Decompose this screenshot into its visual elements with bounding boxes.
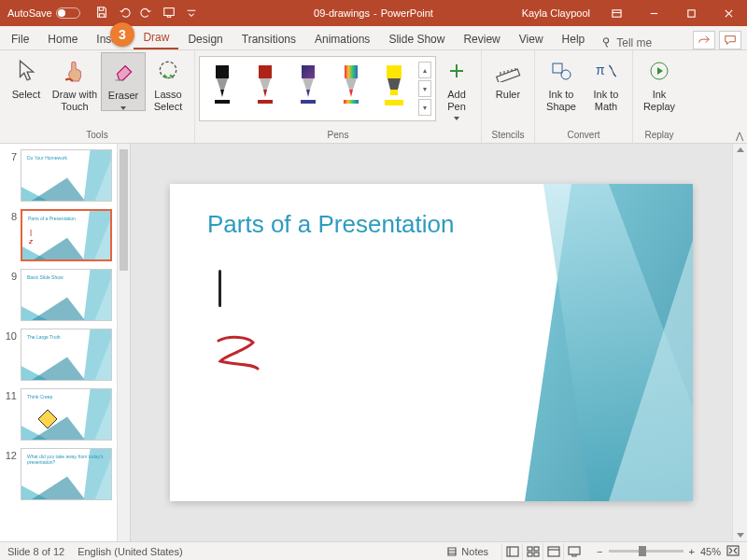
draw-with-touch-button[interactable]: Draw with Touch bbox=[49, 52, 101, 112]
tab-draw[interactable]: Draw bbox=[134, 26, 178, 49]
pen-black[interactable] bbox=[204, 62, 241, 116]
thumbnails-scrollbar[interactable] bbox=[117, 144, 130, 541]
slide-thumbnail[interactable]: Do Your Homework bbox=[21, 149, 112, 202]
slide-thumbnail[interactable]: What did you take away from today's pres… bbox=[21, 448, 112, 500]
zoom-control: − + 45% bbox=[597, 545, 740, 558]
ink-replay-label: Ink Replay bbox=[643, 89, 675, 112]
svg-marker-30 bbox=[657, 67, 663, 75]
tab-help[interactable]: Help bbox=[553, 28, 595, 49]
slide-thumbnail[interactable]: Basic Slide Show bbox=[21, 269, 112, 321]
svg-point-3 bbox=[604, 38, 609, 43]
eraser-icon bbox=[111, 57, 135, 87]
title-bar: AutoSave 09-drawings - PowerPoint Kayla … bbox=[0, 0, 747, 26]
gallery-scroll[interactable]: ▴▾▾ bbox=[418, 62, 431, 116]
ink-replay-button[interactable]: Ink Replay bbox=[637, 52, 682, 112]
user-name[interactable]: Kayla Claypool bbox=[514, 7, 598, 19]
pen-rainbow[interactable] bbox=[332, 62, 370, 116]
minimize-button[interactable] bbox=[635, 0, 672, 26]
ruler-button[interactable]: Ruler bbox=[486, 52, 530, 101]
svg-rect-13 bbox=[302, 65, 315, 78]
ink-to-math-button[interactable]: π Ink to Math bbox=[584, 52, 628, 112]
zoom-out-button[interactable]: − bbox=[597, 546, 602, 557]
view-buttons bbox=[501, 543, 584, 560]
svg-rect-16 bbox=[301, 100, 316, 104]
canvas-scrollbar[interactable] bbox=[732, 144, 747, 541]
ink-math-label: Ink to Math bbox=[594, 89, 619, 112]
pen-galaxy[interactable] bbox=[289, 62, 327, 116]
comments-button[interactable] bbox=[719, 31, 741, 49]
svg-point-27 bbox=[561, 70, 571, 79]
tab-home[interactable]: Home bbox=[38, 28, 87, 49]
select-button[interactable]: Select bbox=[4, 52, 49, 101]
lasso-icon bbox=[156, 56, 180, 86]
collapse-ribbon-icon[interactable]: ⋀ bbox=[736, 131, 743, 141]
status-slide[interactable]: Slide 8 of 12 bbox=[7, 546, 64, 557]
svg-rect-21 bbox=[387, 65, 402, 78]
tab-slideshow[interactable]: Slide Show bbox=[379, 28, 454, 49]
svg-marker-22 bbox=[388, 78, 401, 90]
maximize-button[interactable] bbox=[672, 0, 710, 26]
notes-button[interactable]: Notes bbox=[446, 546, 488, 557]
thumbnail-row[interactable]: 7Do Your Homework bbox=[4, 149, 113, 202]
tab-file[interactable]: File bbox=[2, 28, 38, 49]
svg-marker-32 bbox=[31, 177, 86, 201]
qat-more-icon[interactable] bbox=[185, 6, 198, 21]
thumbnail-row[interactable]: 11Think Creep bbox=[4, 388, 113, 441]
thumb-number: 7 bbox=[4, 149, 17, 202]
slide-canvas[interactable]: Parts of a Presentation bbox=[131, 144, 732, 541]
svg-rect-62 bbox=[528, 553, 532, 556]
tell-me[interactable]: Tell me bbox=[599, 36, 652, 49]
close-button[interactable] bbox=[710, 0, 747, 26]
lasso-select-button[interactable]: Lasso Select bbox=[146, 52, 190, 112]
plus-icon bbox=[447, 56, 466, 86]
ruler-icon bbox=[495, 56, 521, 86]
thumbnail-row[interactable]: 9Basic Slide Show bbox=[4, 269, 113, 321]
pen-red[interactable] bbox=[247, 62, 284, 116]
work-area: 7Do Your Homework8Parts of a Presentatio… bbox=[0, 144, 747, 541]
tab-view[interactable]: View bbox=[510, 28, 553, 49]
pen-gallery[interactable]: ▴▾▾ bbox=[199, 56, 436, 121]
thumbnail-row[interactable]: 10The Large Truth bbox=[4, 329, 113, 381]
autosave-label: AutoSave bbox=[7, 7, 52, 19]
share-button[interactable] bbox=[693, 31, 715, 49]
fit-to-window-button[interactable] bbox=[726, 545, 740, 558]
zoom-value[interactable]: 45% bbox=[700, 546, 721, 557]
svg-text:π: π bbox=[596, 63, 605, 77]
sorter-view-button[interactable] bbox=[522, 543, 543, 560]
eraser-button[interactable]: Eraser bbox=[101, 52, 146, 111]
reading-view-button[interactable] bbox=[543, 543, 563, 560]
svg-marker-18 bbox=[345, 78, 357, 90]
slide-thumbnail[interactable]: The Large Truth bbox=[21, 329, 112, 381]
thumbnail-row[interactable]: 8Parts of a Presentation|z bbox=[4, 209, 113, 261]
undo-icon[interactable] bbox=[118, 6, 131, 21]
svg-rect-2 bbox=[687, 9, 694, 16]
tab-animations[interactable]: Animations bbox=[305, 28, 379, 49]
tab-design[interactable]: Design bbox=[178, 28, 232, 49]
add-pen-button[interactable]: Add Pen bbox=[436, 52, 477, 120]
save-icon[interactable] bbox=[95, 6, 108, 21]
status-language[interactable]: English (United States) bbox=[78, 546, 183, 557]
thumbnail-row[interactable]: 12What did you take away from today's pr… bbox=[4, 448, 113, 500]
zoom-slider[interactable] bbox=[609, 550, 684, 553]
svg-marker-11 bbox=[263, 90, 267, 97]
slide-thumbnail[interactable]: Parts of a Presentation|z bbox=[21, 209, 112, 261]
ribbon-display-options[interactable] bbox=[598, 0, 635, 26]
start-from-beginning-icon[interactable] bbox=[162, 6, 176, 21]
tab-transitions[interactable]: Transitions bbox=[233, 28, 305, 49]
tab-review[interactable]: Review bbox=[454, 28, 509, 49]
highlighter-yellow[interactable] bbox=[375, 62, 413, 116]
play-icon bbox=[648, 56, 670, 86]
ink-to-shape-button[interactable]: Ink to Shape bbox=[539, 52, 584, 112]
normal-view-button[interactable] bbox=[501, 543, 522, 560]
svg-point-4 bbox=[160, 62, 176, 77]
autosave-toggle[interactable]: AutoSave bbox=[7, 7, 80, 19]
group-tools-label: Tools bbox=[86, 128, 107, 143]
redo-icon[interactable] bbox=[140, 6, 153, 21]
svg-rect-1 bbox=[612, 9, 620, 16]
zoom-in-button[interactable]: + bbox=[689, 546, 695, 557]
ink-stroke-vertical bbox=[218, 270, 221, 307]
slide-thumbnail[interactable]: Think Creep bbox=[21, 388, 112, 441]
draw-touch-label: Draw with Touch bbox=[52, 89, 97, 112]
slideshow-view-button[interactable] bbox=[563, 543, 584, 560]
svg-marker-10 bbox=[260, 78, 271, 90]
